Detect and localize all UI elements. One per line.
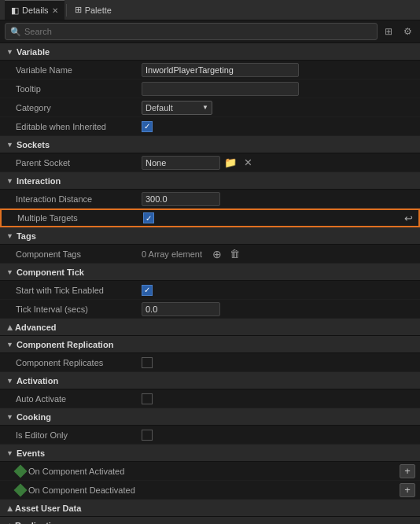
editor-only-checkbox[interactable] [142,430,153,441]
section-sockets[interactable]: ▼ Sockets [0,136,420,153]
editable-inherited-checkbox[interactable] [142,121,153,132]
section-events[interactable]: ▼ Events [0,445,420,462]
tags-title: Tags [17,231,36,241]
replication-title: Replication [15,521,61,525]
multiple-targets-label: Multiple Targets [17,213,143,223]
variable-title: Variable [17,47,50,57]
toolbar-icons: ⊞ ⚙ [381,24,415,39]
tags-delete-icon[interactable]: 🗑 [227,247,241,261]
parent-socket-label: Parent Socket [16,158,142,168]
component-tags-label: Component Tags [16,249,142,259]
component-replicates-checkbox[interactable] [142,357,153,368]
prop-start-tick: Start with Tick Enabled [0,281,420,300]
section-component-tick[interactable]: ▼ Component Tick [0,264,420,281]
category-value: Default ▼ [142,101,420,115]
event-deactivated-add[interactable]: + [400,483,415,497]
socket-clear-icon[interactable]: ✕ [241,156,255,170]
activation-title: Activation [17,376,58,386]
event-activated-add[interactable]: + [400,464,415,478]
prop-parent-socket: Parent Socket 📁 ✕ [0,153,420,172]
section-cooking[interactable]: ▼ Cooking [0,408,420,426]
component-tags-count: 0 Array element [142,249,202,259]
component-tick-arrow: ▼ [6,268,13,276]
tooltip-input[interactable] [142,82,299,96]
prop-component-tags: Component Tags 0 Array element ⊕ 🗑 [0,245,420,264]
sockets-arrow: ▼ [6,141,13,149]
tab-details[interactable]: ◧ Details ✕ [5,0,64,20]
interaction-arrow: ▼ [6,177,13,185]
section-activation[interactable]: ▼ Activation [0,372,420,389]
grid-icon[interactable]: ⊞ [381,24,396,39]
component-tags-value: 0 Array element ⊕ 🗑 [142,247,420,261]
start-tick-label: Start with Tick Enabled [16,286,142,295]
details-icon: ◧ [11,6,19,16]
socket-folder-icon[interactable]: 📁 [223,156,238,170]
interaction-distance-input[interactable] [142,192,220,206]
start-tick-checkbox[interactable] [142,285,153,296]
auto-activate-checkbox[interactable] [142,393,153,404]
tick-interval-value [142,302,420,316]
search-icon: 🔍 [10,27,21,37]
editor-only-value [142,430,420,441]
toolbar: 🔍 ⊞ ⚙ [0,20,420,43]
tick-interval-input[interactable] [142,302,220,316]
multiple-targets-value [143,212,401,223]
event-diamond-deactivated [14,483,28,496]
multiple-targets-checkbox[interactable] [143,212,154,223]
events-arrow: ▼ [6,449,13,457]
section-variable[interactable]: ▼ Variable [0,43,420,61]
parent-socket-input[interactable] [142,156,220,170]
tab-close-details[interactable]: ✕ [52,6,58,15]
prop-auto-activate: Auto Activate [0,389,420,408]
section-component-replication[interactable]: ▼ Component Replication [0,336,420,353]
editable-inherited-label: Editable when Inherited [16,122,142,131]
section-interaction[interactable]: ▼ Interaction [0,172,420,190]
auto-activate-label: Auto Activate [16,394,142,404]
prop-tick-interval: Tick Interval (secs) [0,300,420,319]
section-advanced[interactable]: ▶ Advanced [0,319,420,336]
search-box[interactable]: 🔍 [5,23,378,40]
search-input[interactable] [24,27,372,36]
events-title: Events [17,448,45,458]
prop-component-replicates: Component Replicates [0,353,420,372]
prop-tooltip: Tooltip [0,79,420,98]
settings-icon[interactable]: ⚙ [400,24,415,39]
category-select-value: Default [146,103,173,113]
prop-category: Category Default ▼ [0,98,420,117]
tags-add-icon[interactable]: ⊕ [210,247,224,261]
component-replication-arrow: ▼ [6,341,13,349]
tooltip-label: Tooltip [16,84,142,94]
prop-editor-only: Is Editor Only [0,426,420,445]
variable-name-input[interactable] [142,63,299,77]
section-asset-user-data[interactable]: ▶ Asset User Data [0,500,420,517]
event-activated-label: On Component Activated [28,467,396,476]
tick-interval-label: Tick Interval (secs) [16,304,142,314]
category-select[interactable]: Default ▼ [142,101,212,115]
event-on-component-deactivated: On Component Deactivated + [0,481,420,500]
variable-name-label: Variable Name [16,65,142,75]
component-replicates-label: Component Replicates [16,358,142,367]
event-on-component-activated: On Component Activated + [0,462,420,481]
asset-user-data-title: Asset User Data [15,504,81,513]
tab-palette-label: Palette [85,6,112,15]
section-replication[interactable]: ▶ Replication [0,517,420,524]
category-label: Category [16,103,142,113]
variable-arrow: ▼ [6,48,13,56]
prop-editable-inherited: Editable when Inherited [0,117,420,136]
event-diamond-activated [14,464,28,478]
multiple-targets-revert[interactable]: ↩ [401,211,415,225]
advanced-title: Advanced [15,323,57,332]
interaction-distance-value [142,192,420,206]
palette-icon: ⊞ [75,5,82,15]
start-tick-value [142,285,420,296]
component-replicates-value [142,357,420,368]
cooking-arrow: ▼ [6,413,13,421]
component-tick-title: Component Tick [17,268,84,277]
section-tags[interactable]: ▼ Tags [0,227,420,245]
tab-palette[interactable]: ⊞ Palette [68,0,118,20]
interaction-title: Interaction [17,176,61,186]
title-bar: ◧ Details ✕ ⊞ Palette [0,0,420,20]
activation-arrow: ▼ [6,377,13,385]
editor-only-label: Is Editor Only [16,430,142,440]
cooking-title: Cooking [17,412,51,422]
